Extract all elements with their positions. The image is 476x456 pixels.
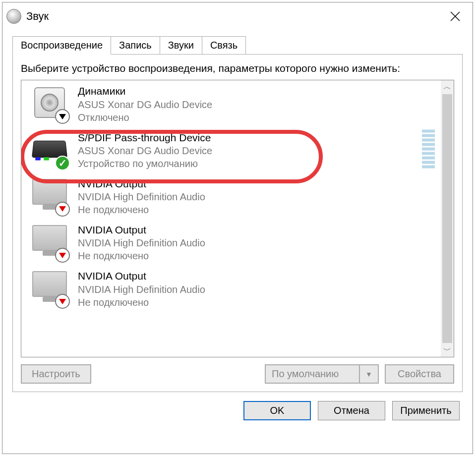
device-text: Динамики ASUS Xonar DG Audio Device Откл… <box>78 84 212 123</box>
scrollbar[interactable]: ︿ ﹀ <box>441 80 454 357</box>
device-text: NVIDIA Output NVIDIA High Definition Aud… <box>78 177 205 216</box>
device-row[interactable]: S/PDIF Pass-through Device ASUS Xonar DG… <box>21 127 441 173</box>
device-icon-spdif <box>30 131 69 170</box>
device-status: Не подключено <box>78 249 205 262</box>
device-name: NVIDIA Output <box>78 223 205 236</box>
overlay-unplugged-icon <box>55 294 70 309</box>
sound-icon <box>6 9 21 24</box>
device-row[interactable]: NVIDIA Output NVIDIA High Definition Aud… <box>21 173 441 219</box>
tab-communications[interactable]: Связь <box>202 36 246 55</box>
chevron-down-icon[interactable]: ▼ <box>360 365 378 383</box>
ok-button[interactable]: OK <box>243 401 311 420</box>
device-icon-speaker <box>30 84 69 123</box>
scroll-down-icon[interactable]: ﹀ <box>441 344 454 357</box>
device-row[interactable]: NVIDIA Output NVIDIA High Definition Aud… <box>21 219 441 265</box>
device-status: Отключено <box>78 111 212 124</box>
set-default-button[interactable]: По умолчанию ▼ <box>265 364 379 384</box>
scroll-thumb[interactable] <box>442 94 452 343</box>
device-name: NVIDIA Output <box>78 269 205 283</box>
device-name: NVIDIA Output <box>78 177 205 190</box>
device-name: Динамики <box>78 84 212 98</box>
device-name: S/PDIF Pass-through Device <box>78 131 212 144</box>
device-row[interactable]: NVIDIA Output NVIDIA High Definition Aud… <box>21 265 441 311</box>
level-meter <box>422 130 435 170</box>
device-desc: NVIDIA High Definition Audio <box>78 283 205 296</box>
close-icon <box>450 11 461 22</box>
cancel-button[interactable]: Отмена <box>318 401 385 420</box>
device-desc: NVIDIA High Definition Audio <box>78 236 205 249</box>
set-default-label: По умолчанию <box>266 365 360 383</box>
device-desc: ASUS Xonar DG Audio Device <box>78 144 212 157</box>
device-list-container: Динамики ASUS Xonar DG Audio Device Откл… <box>21 80 454 357</box>
device-text: S/PDIF Pass-through Device ASUS Xonar DG… <box>78 131 212 170</box>
properties-button[interactable]: Свойства <box>385 364 454 384</box>
dialog-body: Воспроизведение Запись Звуки Связь Выбер… <box>2 30 473 392</box>
device-status: Не подключено <box>78 296 205 309</box>
dialog-button-row: OK Отмена Применить <box>2 392 473 429</box>
instruction-text: Выберите устройство воспроизведения, пар… <box>21 61 454 75</box>
tab-panel-playback: Выберите устройство воспроизведения, пар… <box>12 54 463 392</box>
tab-recording[interactable]: Запись <box>111 36 160 55</box>
device-row[interactable]: Динамики ASUS Xonar DG Audio Device Откл… <box>21 80 441 126</box>
overlay-disabled-icon <box>55 109 70 124</box>
device-icon-monitor <box>30 223 69 262</box>
device-text: NVIDIA Output NVIDIA High Definition Aud… <box>78 223 205 262</box>
device-status: Устройство по умолчанию <box>78 157 212 170</box>
tab-playback[interactable]: Воспроизведение <box>12 36 111 55</box>
titlebar: Звук <box>2 2 473 30</box>
device-list[interactable]: Динамики ASUS Xonar DG Audio Device Откл… <box>21 80 441 357</box>
device-icon-monitor <box>30 269 69 308</box>
sound-dialog: Звук Воспроизведение Запись Звуки Связь … <box>2 2 473 454</box>
device-desc: ASUS Xonar DG Audio Device <box>78 98 212 111</box>
device-text: NVIDIA Output NVIDIA High Definition Aud… <box>78 269 205 308</box>
overlay-default-icon <box>55 156 70 171</box>
device-icon-monitor <box>30 177 69 216</box>
overlay-unplugged-icon <box>55 248 70 263</box>
apply-button[interactable]: Применить <box>392 401 460 420</box>
configure-button[interactable]: Настроить <box>21 364 91 384</box>
scroll-up-icon[interactable]: ︿ <box>441 80 454 93</box>
overlay-unplugged-icon <box>55 202 70 217</box>
window-title: Звук <box>26 10 442 23</box>
close-button[interactable] <box>442 3 469 30</box>
tab-sounds[interactable]: Звуки <box>160 36 202 55</box>
tab-strip: Воспроизведение Запись Звуки Связь <box>12 36 463 55</box>
panel-button-row: Настроить По умолчанию ▼ Свойства <box>21 364 454 384</box>
device-status: Не подключено <box>78 203 205 216</box>
device-desc: NVIDIA High Definition Audio <box>78 190 205 203</box>
